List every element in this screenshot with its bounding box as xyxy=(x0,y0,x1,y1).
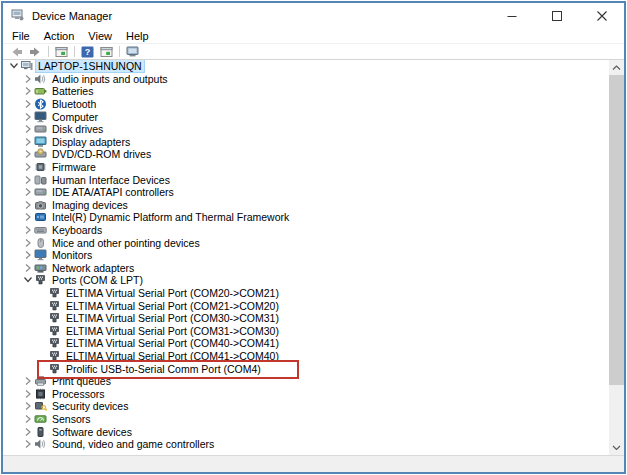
tree-row[interactable]: Human Interface Devices xyxy=(3,173,609,186)
menu-action[interactable]: Action xyxy=(37,30,82,42)
tree-row-label: Human Interface Devices xyxy=(50,174,172,186)
scrollbar-thumb[interactable] xyxy=(609,75,624,385)
intel-icon xyxy=(34,211,47,223)
menubar: FileActionViewHelp xyxy=(3,28,624,44)
tree-row[interactable]: ELTIMA Virtual Serial Port (COM20->COM21… xyxy=(3,287,609,300)
chevron-right-icon[interactable] xyxy=(21,111,34,123)
tree-row[interactable]: Bluetooth xyxy=(3,98,609,111)
chevron-right-icon[interactable] xyxy=(21,438,34,450)
tree-row-label: Disk drives xyxy=(50,123,105,135)
caption-buttons xyxy=(489,3,624,28)
menu-view[interactable]: View xyxy=(81,30,119,42)
toolbar-separator xyxy=(48,46,49,57)
chevron-right-icon[interactable] xyxy=(21,375,34,387)
help-icon[interactable]: ? xyxy=(80,45,95,58)
chevron-down-icon[interactable] xyxy=(7,60,20,72)
tree-row-label: Print queues xyxy=(50,375,113,387)
tree-row[interactable]: Firmware xyxy=(3,161,609,174)
properties-window-icon[interactable] xyxy=(99,45,114,58)
bottom-strip xyxy=(3,455,624,472)
chevron-right-icon[interactable] xyxy=(21,413,34,425)
chevron-right-icon[interactable] xyxy=(21,174,34,186)
tree-row[interactable]: DVD/CD-ROM drives xyxy=(3,148,609,161)
tree-row[interactable]: IDE ATA/ATAPI controllers xyxy=(3,186,609,199)
tree-row[interactable]: ELTIMA Virtual Serial Port (COM40->COM41… xyxy=(3,337,609,350)
computer-root-icon xyxy=(20,60,33,72)
close-button[interactable] xyxy=(579,3,624,28)
tree-row-label: Bluetooth xyxy=(50,98,98,110)
tree-row[interactable]: Ports (COM & LPT) xyxy=(3,274,609,287)
minimize-button[interactable] xyxy=(489,3,534,28)
chevron-right-icon[interactable] xyxy=(21,186,34,198)
chevron-right-icon[interactable] xyxy=(21,211,34,223)
tree-row[interactable]: Network adapters xyxy=(3,262,609,275)
port-icon xyxy=(48,287,61,299)
network-icon xyxy=(34,262,47,274)
tree-row[interactable]: Sensors xyxy=(3,413,609,426)
scan-hardware-icon[interactable] xyxy=(125,45,140,58)
minimize-icon xyxy=(507,11,517,21)
tree-row-label: Keyboards xyxy=(50,224,104,236)
tree-row-label: Computer xyxy=(50,111,100,123)
device-manager-app-icon xyxy=(11,9,26,23)
chevron-right-icon[interactable] xyxy=(21,148,34,160)
tree-row[interactable]: Batteries xyxy=(3,85,609,98)
tree-row[interactable]: Mice and other pointing devices xyxy=(3,236,609,249)
tree-row[interactable]: ELTIMA Virtual Serial Port (COM30->COM31… xyxy=(3,312,609,325)
chevron-right-icon[interactable] xyxy=(21,224,34,236)
console-window-icon[interactable] xyxy=(54,45,69,58)
chevron-down-icon[interactable] xyxy=(21,274,34,286)
window-title: Device Manager xyxy=(32,10,489,22)
tree-row[interactable]: LAPTOP-1SHNUNQN xyxy=(3,60,609,73)
tree-row[interactable]: Intel(R) Dynamic Platform and Thermal Fr… xyxy=(3,211,609,224)
chevron-right-icon[interactable] xyxy=(21,249,34,261)
menu-file[interactable]: File xyxy=(5,30,37,42)
chevron-placeholder xyxy=(35,300,48,312)
scroll-down-button[interactable] xyxy=(609,440,624,455)
ide-icon xyxy=(34,186,47,198)
chevron-placeholder xyxy=(35,312,48,324)
sound-icon xyxy=(34,438,47,450)
chevron-right-icon[interactable] xyxy=(21,85,34,97)
chevron-right-icon[interactable] xyxy=(21,73,34,85)
chevron-right-icon[interactable] xyxy=(21,400,34,412)
tree-row[interactable]: Keyboards xyxy=(3,224,609,237)
chevron-right-icon[interactable] xyxy=(21,426,34,438)
tree-row[interactable]: Print queues xyxy=(3,375,609,388)
tree-row[interactable]: Computer xyxy=(3,110,609,123)
tree-row[interactable]: Disk drives xyxy=(3,123,609,136)
chevron-right-icon[interactable] xyxy=(21,161,34,173)
tree-row-label: Ports (COM & LPT) xyxy=(50,274,145,286)
tree-row[interactable]: Sound, video and game controllers xyxy=(3,438,609,451)
chevron-right-icon[interactable] xyxy=(21,262,34,274)
chevron-right-icon[interactable] xyxy=(21,388,34,400)
device-manager-window: Device Manager FileActionViewHelp ? LAPT… xyxy=(1,1,626,474)
vertical-scrollbar[interactable] xyxy=(609,60,624,455)
chevron-right-icon[interactable] xyxy=(21,237,34,249)
tree-row-label: ELTIMA Virtual Serial Port (COM20->COM21… xyxy=(64,287,281,299)
scroll-up-button[interactable] xyxy=(609,60,624,75)
forward-icon[interactable] xyxy=(28,45,43,58)
chevron-right-icon[interactable] xyxy=(21,199,34,211)
tree-row[interactable]: Security devices xyxy=(3,400,609,413)
port-icon xyxy=(34,274,47,286)
processor-icon xyxy=(34,388,47,400)
tree-row[interactable]: ELTIMA Virtual Serial Port (COM31->COM30… xyxy=(3,324,609,337)
tree-row[interactable]: Processors xyxy=(3,387,609,400)
port-icon xyxy=(48,312,61,324)
tree-row[interactable]: ELTIMA Virtual Serial Port (COM21->COM20… xyxy=(3,299,609,312)
menu-help[interactable]: Help xyxy=(119,30,156,42)
chevron-right-icon[interactable] xyxy=(21,98,34,110)
chevron-right-icon[interactable] xyxy=(21,123,34,135)
tree-row[interactable]: Display adapters xyxy=(3,136,609,149)
maximize-button[interactable] xyxy=(534,3,579,28)
tree-row[interactable]: Imaging devices xyxy=(3,199,609,212)
chevron-right-icon[interactable] xyxy=(21,136,34,148)
tree-row[interactable]: Prolific USB-to-Serial Comm Port (COM4) xyxy=(3,362,609,375)
tree-row-label: Intel(R) Dynamic Platform and Thermal Fr… xyxy=(50,211,291,223)
tree-row[interactable]: Audio inputs and outputs xyxy=(3,73,609,86)
tree-row[interactable]: ELTIMA Virtual Serial Port (COM41->COM40… xyxy=(3,350,609,363)
tree-row[interactable]: Monitors xyxy=(3,249,609,262)
tree-row[interactable]: Software devices xyxy=(3,425,609,438)
back-icon[interactable] xyxy=(9,45,24,58)
